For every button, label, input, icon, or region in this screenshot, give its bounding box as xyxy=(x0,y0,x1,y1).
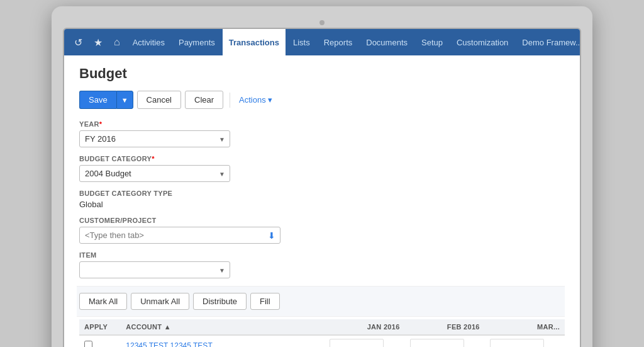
nav-transactions[interactable]: Transactions xyxy=(223,29,286,55)
action-row: Mark All Unmark All Distribute Fill xyxy=(77,286,565,317)
star-icon[interactable]: ★ xyxy=(89,34,108,51)
page-title: Budget xyxy=(79,65,565,82)
budget-category-type-field: BUDGET CATEGORY TYPE Global xyxy=(79,190,565,209)
mar-input[interactable] xyxy=(490,339,544,347)
distribute-button[interactable]: Distribute xyxy=(193,293,247,310)
item-select-wrapper: ▼ xyxy=(79,261,230,278)
jan-input[interactable] xyxy=(330,339,384,347)
year-label: YEAR* xyxy=(79,120,565,128)
item-select[interactable] xyxy=(79,261,230,278)
jan-cell xyxy=(325,335,404,347)
th-mar2016: MAR... xyxy=(485,319,565,335)
customer-project-label: CUSTOMER/PROJECT xyxy=(79,217,565,224)
th-account[interactable]: ACCOUNT ▲ xyxy=(121,319,325,335)
history-icon[interactable]: ↺ xyxy=(69,34,87,51)
save-button[interactable]: Save xyxy=(79,91,116,109)
th-feb2016: FEB 2016 xyxy=(405,319,485,335)
clear-button[interactable]: Clear xyxy=(185,91,223,109)
save-button-group: Save ▼ xyxy=(79,91,133,109)
mar-cell xyxy=(485,335,565,347)
year-select[interactable]: FY 2016 FY 2015 FY 2017 xyxy=(79,130,230,147)
laptop-outer: ↺ ★ ⌂ Activities Payments Transactions L… xyxy=(52,6,592,347)
nav-payments[interactable]: Payments xyxy=(172,29,221,55)
budget-table: APPLY ACCOUNT ▲ JAN 2016 FEB 2016 MAR...… xyxy=(79,319,565,347)
th-apply: APPLY xyxy=(79,319,121,335)
nav-lists[interactable]: Lists xyxy=(287,29,316,55)
year-select-wrapper: FY 2016 FY 2015 FY 2017 ▼ xyxy=(79,130,230,147)
navbar: ↺ ★ ⌂ Activities Payments Transactions L… xyxy=(64,29,580,55)
year-field: YEAR* FY 2016 FY 2015 FY 2017 ▼ xyxy=(79,120,565,147)
nav-documents[interactable]: Documents xyxy=(360,29,414,55)
feb-cell xyxy=(405,335,485,347)
feb-input[interactable] xyxy=(410,339,464,347)
toolbar: Save ▼ Cancel Clear Actions ▾ xyxy=(79,91,565,109)
account-cell: 12345 TEST 12345 TEST xyxy=(121,335,325,347)
customer-project-input[interactable] xyxy=(79,227,280,244)
budget-category-label: BUDGET CATEGORY* xyxy=(79,155,565,162)
nav-demo[interactable]: Demo Framew... xyxy=(516,29,581,55)
budget-category-type-label: BUDGET CATEGORY TYPE xyxy=(79,190,565,197)
apply-checkbox[interactable] xyxy=(84,341,92,347)
budget-category-select[interactable]: 2004 Budget xyxy=(79,165,230,182)
home-icon[interactable]: ⌂ xyxy=(109,34,125,50)
customer-project-field: CUSTOMER/PROJECT ⬇ xyxy=(79,217,565,244)
budget-category-field: BUDGET CATEGORY* 2004 Budget ▼ xyxy=(79,155,565,182)
apply-cell xyxy=(79,335,121,347)
item-field: ITEM ▼ xyxy=(79,251,565,278)
nav-reports[interactable]: Reports xyxy=(318,29,359,55)
laptop-screen: ↺ ★ ⌂ Activities Payments Transactions L… xyxy=(63,28,581,347)
item-label: ITEM xyxy=(79,251,565,259)
save-dropdown-button[interactable]: ▼ xyxy=(116,91,133,109)
budget-category-type-value: Global xyxy=(79,200,565,209)
th-jan2016: JAN 2016 xyxy=(325,319,404,335)
actions-button[interactable]: Actions ▾ xyxy=(236,91,275,108)
mark-all-button[interactable]: Mark All xyxy=(79,293,127,310)
budget-category-select-wrapper: 2004 Budget ▼ xyxy=(79,165,230,182)
fill-button[interactable]: Fill xyxy=(250,293,280,310)
customer-project-wrapper: ⬇ xyxy=(79,227,280,244)
table-row: 12345 TEST 12345 TEST xyxy=(79,335,565,347)
nav-activities[interactable]: Activities xyxy=(126,29,171,55)
account-link[interactable]: 12345 TEST 12345 TEST xyxy=(126,341,212,347)
toolbar-divider xyxy=(230,93,230,108)
cancel-button[interactable]: Cancel xyxy=(137,91,181,109)
nav-setup[interactable]: Setup xyxy=(415,29,449,55)
nav-customization[interactable]: Customization xyxy=(450,29,514,55)
content-area: Budget Save ▼ Cancel Clear Actions ▾ YEA… xyxy=(64,55,580,347)
unmark-all-button[interactable]: Unmark All xyxy=(131,293,189,310)
camera-dot xyxy=(319,20,325,25)
